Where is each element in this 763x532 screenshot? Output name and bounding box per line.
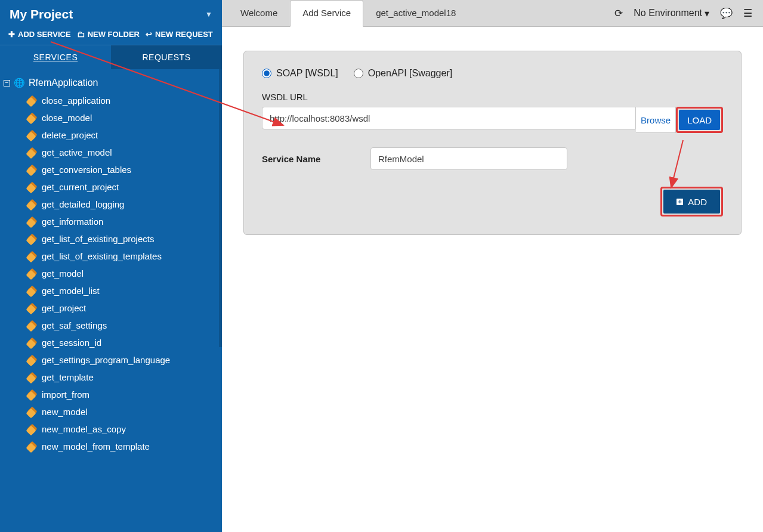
- tree-item[interactable]: get_active_model: [23, 144, 222, 161]
- main-tabs: WelcomeAdd Serviceget_active_model18: [222, 0, 468, 26]
- topbar: WelcomeAdd Serviceget_active_model18 ⟳ N…: [222, 0, 763, 27]
- add-service-panel: SOAP [WSDL] OpenAPI [Swagger] WSDL URL B…: [243, 51, 742, 235]
- tree-item-label: get_saf_settings: [42, 320, 107, 330]
- tree-item[interactable]: get_project: [23, 299, 222, 317]
- tab-services-label: SERVICES: [33, 52, 78, 62]
- main-tab[interactable]: Welcome: [228, 0, 290, 26]
- project-menu-caret-icon[interactable]: ▼: [205, 10, 212, 18]
- tree-item[interactable]: get_current_project: [23, 178, 222, 196]
- tree-item[interactable]: get_template: [23, 369, 222, 386]
- radio-soap-input[interactable]: [262, 69, 271, 78]
- tree-item-label: get_detailed_logging: [42, 199, 124, 209]
- operation-icon: [27, 321, 36, 330]
- load-button[interactable]: LOAD: [679, 110, 720, 130]
- project-header: My Project ▼: [0, 0, 222, 27]
- content: SOAP [WSDL] OpenAPI [Swagger] WSDL URL B…: [222, 27, 763, 532]
- wsdl-url-row: Browse LOAD: [262, 107, 723, 133]
- tab-services[interactable]: SERVICES: [0, 45, 111, 69]
- tree-item[interactable]: get_list_of_existing_projects: [23, 230, 222, 248]
- operation-icon: [27, 218, 36, 226]
- wsdl-url-input[interactable]: [262, 107, 636, 129]
- tree-item-label: new_model_from_template: [42, 441, 150, 451]
- operation-icon: [27, 304, 36, 313]
- tree-item[interactable]: get_list_of_existing_templates: [23, 248, 222, 265]
- operation-icon: [27, 425, 36, 434]
- new-request-action[interactable]: ↩ NEW REQUEST: [146, 30, 213, 39]
- topbar-right: ⟳ No Environment ▾ 💬 ☰: [614, 0, 763, 26]
- tree-item[interactable]: import_from: [23, 386, 222, 403]
- tree-item[interactable]: get_session_id: [23, 334, 222, 351]
- service-name-input[interactable]: [370, 147, 567, 170]
- tree-item-label: new_model: [42, 407, 88, 417]
- operation-icon: [27, 114, 36, 122]
- add-highlight: + ADD: [660, 187, 723, 216]
- tree-item-label: get_session_id: [42, 338, 101, 348]
- operation-icon: [27, 356, 36, 364]
- operation-icon: [27, 443, 36, 451]
- chat-icon[interactable]: 💬: [720, 7, 733, 20]
- tab-requests-label: REQUESTS: [142, 52, 190, 62]
- add-service-label: ADD SERVICE: [18, 30, 71, 39]
- refresh-icon[interactable]: ⟳: [614, 7, 623, 20]
- operation-icon: [27, 373, 36, 382]
- tree-item-label: get_model: [42, 268, 84, 279]
- tree-item[interactable]: new_model_as_copy: [23, 420, 222, 438]
- chevron-down-icon: ▾: [705, 8, 709, 19]
- globe-icon: 🌐: [14, 78, 25, 88]
- new-folder-action[interactable]: 🗀 NEW FOLDER: [77, 30, 140, 39]
- tree-item[interactable]: delete_project: [23, 126, 222, 144]
- tree-item[interactable]: close_application: [23, 92, 222, 109]
- add-button[interactable]: + ADD: [663, 190, 720, 214]
- main: WelcomeAdd Serviceget_active_model18 ⟳ N…: [222, 0, 763, 532]
- service-name-label: Service Name: [262, 154, 357, 164]
- tree-item[interactable]: get_settings_program_language: [23, 351, 222, 369]
- environment-dropdown[interactable]: No Environment ▾: [634, 8, 709, 19]
- tab-requests[interactable]: REQUESTS: [111, 45, 222, 69]
- tree-item[interactable]: get_information: [23, 213, 222, 230]
- new-folder-label: NEW FOLDER: [88, 30, 140, 39]
- tree-item-label: close_model: [42, 113, 92, 123]
- environment-label: No Environment: [634, 8, 702, 18]
- sidebar-actions: ✚ ADD SERVICE 🗀 NEW FOLDER ↩ NEW REQUEST: [0, 27, 222, 45]
- main-tab[interactable]: get_active_model18: [363, 0, 468, 26]
- api-type-radio-group: SOAP [WSDL] OpenAPI [Swagger]: [262, 68, 723, 79]
- tree-item[interactable]: get_conversion_tables: [23, 161, 222, 178]
- tree-item-label: get_list_of_existing_projects: [42, 234, 154, 244]
- operation-icon: [27, 200, 36, 209]
- add-service-action[interactable]: ✚ ADD SERVICE: [8, 30, 71, 39]
- new-request-label: NEW REQUEST: [155, 30, 213, 39]
- tree-root[interactable]: − 🌐 RfemApplication: [0, 74, 222, 92]
- tree-item[interactable]: new_model_from_template: [23, 438, 222, 455]
- wsdl-url-label: WSDL URL: [262, 92, 723, 102]
- add-row: + ADD: [262, 187, 723, 216]
- browse-link[interactable]: Browse: [636, 107, 676, 133]
- tree-item[interactable]: get_model_list: [23, 282, 222, 299]
- radio-openapi-label: OpenAPI [Swagger]: [368, 68, 452, 79]
- sidebar: My Project ▼ ✚ ADD SERVICE 🗀 NEW FOLDER …: [0, 0, 222, 532]
- radio-openapi[interactable]: OpenAPI [Swagger]: [354, 68, 452, 79]
- tree-item[interactable]: get_detailed_logging: [23, 196, 222, 213]
- service-tree: − 🌐 RfemApplication close_applicationclo…: [0, 69, 222, 532]
- operation-icon: [27, 235, 36, 243]
- tree-item[interactable]: close_model: [23, 109, 222, 126]
- operation-icon: [27, 339, 36, 347]
- operation-icon: [27, 408, 36, 416]
- tree-item-label: get_template: [42, 372, 94, 382]
- collapse-icon[interactable]: −: [4, 80, 10, 86]
- add-button-label: ADD: [688, 197, 707, 207]
- tree-item-label: get_information: [42, 216, 103, 227]
- menu-icon[interactable]: ☰: [743, 7, 752, 20]
- radio-openapi-input[interactable]: [354, 69, 363, 78]
- tree-item[interactable]: get_model: [23, 265, 222, 282]
- operation-icon: [27, 183, 36, 191]
- tree-item[interactable]: new_model: [23, 403, 222, 420]
- operation-icon: [27, 149, 36, 157]
- tree-item-label: import_from: [42, 389, 89, 400]
- tree-item[interactable]: get_saf_settings: [23, 317, 222, 334]
- operation-icon: [27, 252, 36, 261]
- operation-icon: [27, 391, 36, 399]
- main-tab[interactable]: Add Service: [290, 0, 363, 27]
- project-title: My Project: [10, 7, 73, 21]
- radio-soap[interactable]: SOAP [WSDL]: [262, 68, 338, 79]
- operation-icon: [27, 166, 36, 174]
